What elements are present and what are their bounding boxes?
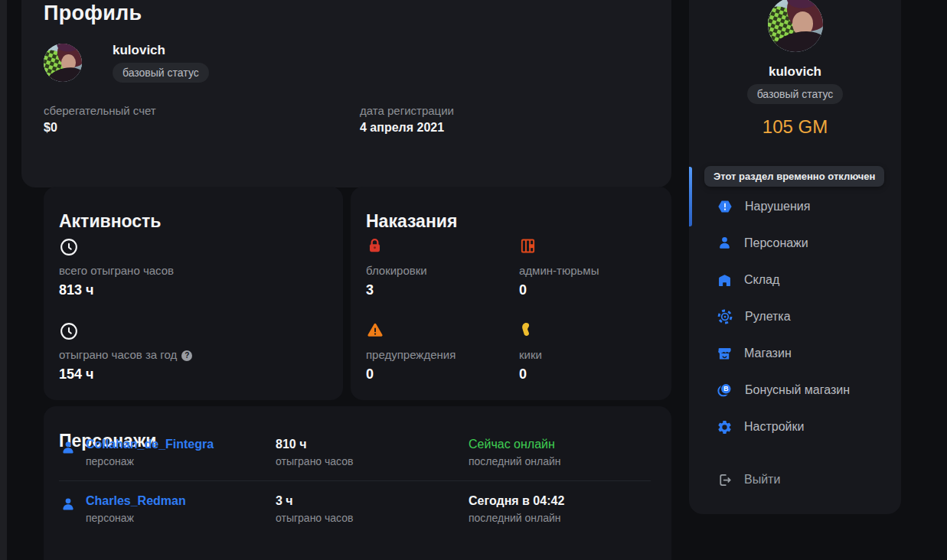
logout-icon	[717, 472, 733, 488]
page-edge-strip	[0, 0, 7, 560]
sidebar-item-settings[interactable]: Настройки	[689, 409, 901, 445]
roulette-icon	[717, 308, 733, 325]
profile-page: Профиль kulovich базовый статус сберегат…	[0, 0, 947, 560]
kicks-stat: кики 0	[519, 321, 668, 383]
username: kulovich	[113, 43, 165, 58]
total-hours-value: 813 ч	[59, 282, 208, 298]
violations-icon	[717, 198, 733, 215]
character-hours-sub: отыграно часов	[276, 512, 354, 524]
sidebar-item-characters[interactable]: Персонажи	[689, 225, 901, 262]
warnings-value: 0	[366, 366, 515, 383]
warnings-label: предупреждения	[366, 348, 515, 361]
admin-jails-stat: админ-тюрьмы 0	[519, 237, 668, 298]
character-sub-label: персонаж	[86, 455, 134, 467]
section-disabled-tooltip: Этот раздел временно отключен	[704, 166, 884, 187]
help-icon[interactable]: ?	[181, 350, 192, 361]
username: kulovich	[689, 64, 901, 80]
avatar	[44, 44, 82, 82]
total-hours-stat: всего отыграно часов 813 ч	[59, 237, 208, 298]
sidebar-item-shop[interactable]: Магазин	[689, 335, 901, 372]
registration-value: 4 апреля 2021	[360, 121, 454, 135]
sidebar-item-roulette[interactable]: Рулетка	[689, 298, 901, 335]
sidebar-item-label: Настройки	[744, 420, 804, 434]
year-hours-stat: отыграно часов за год? 154 ч	[59, 321, 208, 383]
person-icon	[60, 440, 77, 460]
character-row: Collahan_de_Fintegra персонаж 810 ч отыг…	[44, 438, 671, 471]
warning-icon	[366, 321, 515, 341]
row-divider	[59, 480, 651, 481]
sidebar-item-label: Нарушения	[745, 200, 810, 213]
savings-stat: сберегательный счет $0	[44, 104, 156, 135]
bans-stat: блокировки 3	[366, 237, 515, 298]
year-hours-label: отыграно часов за год?	[59, 348, 208, 361]
character-online-sub: последний онлайн	[469, 455, 560, 467]
character-online-sub: последний онлайн	[469, 512, 560, 524]
sidebar-item-label: Магазин	[744, 347, 792, 360]
activity-card: Активность всего отыграно часов 813 ч от…	[44, 187, 343, 400]
kicks-value: 0	[519, 366, 668, 383]
characters-card: Персонажи Collahan_de_Fintegra персонаж …	[44, 406, 671, 560]
page-title: Профиль	[44, 2, 142, 25]
character-online-status: Сейчас онлайн	[469, 438, 555, 451]
kick-icon	[519, 321, 668, 341]
sidebar-item-label: Рулетка	[745, 310, 791, 324]
jail-icon	[519, 237, 668, 257]
character-sub-label: персонаж	[86, 512, 134, 524]
gm-balance[interactable]: 105 GM	[689, 116, 901, 138]
registration-label: дата регистрации	[360, 104, 454, 117]
punishments-card: Наказания блокировки 3 а	[351, 187, 671, 400]
svg-text:B: B	[723, 385, 728, 392]
warehouse-icon	[717, 272, 733, 288]
logout-label: Выйти	[744, 473, 780, 487]
person-icon	[60, 497, 77, 516]
sidebar-item-label: Склад	[744, 273, 779, 287]
savings-label: сберегательный счет	[44, 104, 156, 117]
character-hours: 3 ч	[276, 494, 293, 508]
kicks-label: кики	[519, 348, 668, 361]
character-name-link[interactable]: Collahan_de_Fintegra	[86, 438, 214, 451]
sidebar-item-label: Персонажи	[744, 236, 808, 250]
lock-icon	[366, 237, 515, 257]
bans-value: 3	[366, 282, 515, 298]
clock-icon	[59, 237, 208, 257]
profile-header-section: Профиль kulovich базовый статус сберегат…	[21, 0, 671, 187]
sidebar-item-warehouse[interactable]: Склад	[689, 262, 901, 298]
character-hours: 810 ч	[276, 438, 306, 451]
admin-jails-label: админ-тюрьмы	[519, 264, 668, 277]
account-sidebar: kulovich базовый статус 105 GM Этот разд…	[689, 0, 901, 514]
activity-card-title: Активность	[59, 211, 162, 232]
total-hours-label: всего отыграно часов	[59, 264, 208, 277]
characters-icon	[717, 236, 733, 252]
savings-value: $0	[44, 121, 156, 135]
logout-button[interactable]: Выйти	[689, 461, 901, 498]
clock-icon	[59, 321, 208, 341]
sidebar-item-bonus-shop[interactable]: B Бонусный магазин	[689, 372, 901, 409]
punishments-card-title: Наказания	[366, 211, 457, 232]
registration-stat: дата регистрации 4 апреля 2021	[360, 104, 454, 135]
sidebar-item-label: Бонусный магазин	[745, 383, 850, 397]
year-hours-value: 154 ч	[59, 366, 208, 383]
bans-label: блокировки	[366, 264, 515, 277]
sidebar-menu: Нарушения Персонажи Склад	[689, 188, 901, 445]
warnings-stat: предупреждения 0	[366, 321, 515, 383]
shop-icon	[717, 346, 733, 362]
sidebar-item-violations[interactable]: Нарушения	[689, 188, 901, 225]
bonus-shop-icon: B	[717, 382, 733, 399]
admin-jails-value: 0	[519, 282, 668, 298]
character-hours-sub: отыграно часов	[276, 455, 354, 467]
status-badge: базовый статус	[747, 84, 844, 104]
character-row: Charles_Redman персонаж 3 ч отыграно час…	[44, 494, 671, 528]
character-name-link[interactable]: Charles_Redman	[86, 494, 186, 508]
status-badge: базовый статус	[113, 63, 209, 83]
settings-icon	[717, 419, 733, 435]
avatar	[768, 0, 823, 52]
character-online-status: Сегодня в 04:42	[469, 494, 564, 508]
